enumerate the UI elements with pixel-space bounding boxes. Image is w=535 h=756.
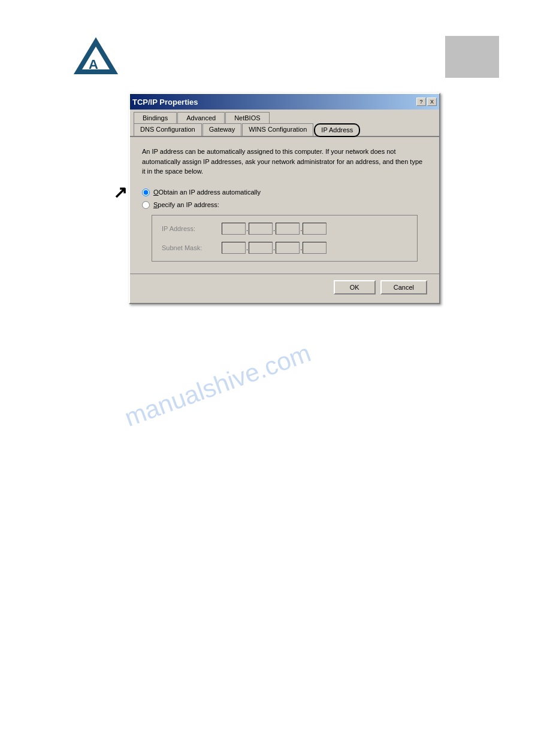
ok-button[interactable]: OK	[334, 280, 376, 294]
obtain-auto-label: OObtain an IP address automatically	[153, 189, 261, 196]
subnet-octet-2[interactable]	[249, 242, 273, 254]
ip-octet-2[interactable]	[249, 223, 273, 235]
title-bar-buttons: ? X	[416, 98, 437, 106]
svg-text:A: A	[89, 57, 98, 72]
tab-gateway[interactable]: Gateway	[202, 123, 241, 136]
ip-octet-1[interactable]	[222, 223, 246, 235]
obtain-auto-wrapper: ↗ OObtain an IP address automatically	[142, 189, 427, 196]
ip-address-input-group: . . .	[222, 223, 327, 235]
company-logo: A	[72, 36, 120, 78]
ip-octet-3[interactable]	[276, 223, 300, 235]
ip-address-row: IP Address: . . .	[162, 223, 407, 235]
obtain-auto-option: OObtain an IP address automatically	[142, 189, 261, 196]
tabs-row2: DNS Configuration Gateway WINS Configura…	[130, 123, 439, 137]
close-button[interactable]: X	[427, 98, 437, 106]
help-button[interactable]: ?	[416, 98, 426, 106]
dialog-title: TCP/IP Properties	[132, 98, 198, 107]
tab-ip-address[interactable]: IP Address	[314, 123, 360, 137]
tcpip-properties-dialog: TCP/IP Properties ? X Bindings Advanced …	[129, 93, 440, 304]
tab-bindings[interactable]: Bindings	[134, 112, 177, 123]
specify-ip-section: IP Address: . . . Subnet Mask: .	[152, 215, 418, 262]
ip-octet-4[interactable]	[303, 223, 327, 235]
radio-group: ↗ OObtain an IP address automatically Sp…	[142, 189, 427, 209]
subnet-octet-1[interactable]	[222, 242, 246, 254]
subnet-mask-input-group: . . .	[222, 242, 327, 254]
subnet-octet-4[interactable]	[303, 242, 327, 254]
cancel-button[interactable]: Cancel	[380, 280, 427, 294]
description-text: An IP address can be automatically assig…	[142, 147, 427, 177]
tab-dns-configuration[interactable]: DNS Configuration	[134, 123, 202, 136]
subnet-mask-label: Subnet Mask:	[162, 244, 222, 251]
specify-ip-label: Specify an IP address:	[153, 201, 219, 208]
dialog-footer: OK Cancel	[130, 274, 439, 303]
logo-area: A	[72, 36, 120, 80]
tab-netbios[interactable]: NetBIOS	[225, 112, 269, 123]
subnet-mask-row: Subnet Mask: . . .	[162, 242, 407, 254]
watermark: manualshive.com	[121, 339, 315, 433]
specify-ip-radio[interactable]	[142, 201, 150, 209]
tab-wins-configuration[interactable]: WINS Configuration	[242, 123, 313, 136]
dialog-content: An IP address can be automatically assig…	[130, 137, 439, 274]
gray-decorative-box	[445, 36, 499, 78]
subnet-octet-3[interactable]	[276, 242, 300, 254]
ip-address-label: IP Address:	[162, 225, 222, 232]
obtain-auto-radio[interactable]	[142, 189, 150, 196]
specify-ip-option: Specify an IP address:	[142, 201, 427, 209]
dialog-title-bar: TCP/IP Properties ? X	[130, 94, 439, 110]
arrow-annotation: ↗	[113, 183, 127, 202]
tab-advanced[interactable]: Advanced	[177, 112, 225, 123]
tabs-row1: Bindings Advanced NetBIOS	[130, 110, 439, 123]
